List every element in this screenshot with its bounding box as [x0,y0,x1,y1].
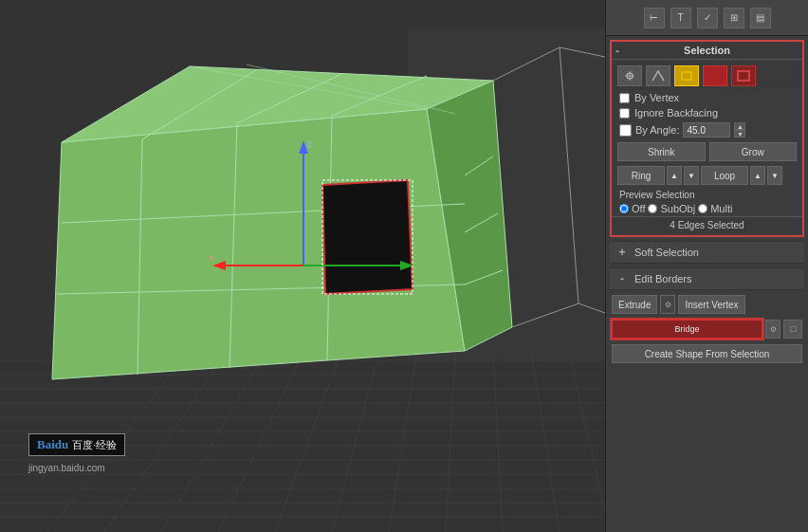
toolbar-icon-1[interactable]: ⊢ [644,8,665,28]
angle-spin-up[interactable]: ▲ [734,122,745,130]
by-vertex-label: By Vertex [634,92,679,103]
preview-selection-radio-row: Off SubObj Multi [612,201,802,216]
selection-title: Selection [684,45,730,56]
grow-button[interactable]: Grow [709,142,798,161]
ring-arrow-down[interactable]: ▼ [684,166,699,185]
create-shape-row: Create Shape From Selection [606,341,808,366]
element-select-icon[interactable] [703,65,727,86]
ring-loop-row: Ring ▲ ▼ Loop ▲ ▼ [612,164,802,187]
watermark: Baidu 百度·经验 [28,433,125,456]
edit-borders-row2: Bridge ⚙ ☐ [606,317,808,341]
watermark-text: 百度·经验 [72,438,117,452]
by-angle-checkbox[interactable] [619,124,632,137]
toolbar-icon-4[interactable]: ⊞ [724,8,744,28]
section-collapse-icon[interactable]: - [615,45,619,58]
preview-off-radio[interactable] [619,204,629,213]
create-shape-label: Bridge [674,324,699,334]
loop-arrow-down[interactable]: ▼ [767,166,782,185]
edit-borders-buttons: Extrude ⚙ Insert Vertex [606,292,808,317]
soft-selection-section[interactable]: + Soft Selection [610,241,804,264]
edit-borders-label: Edit Borders [634,273,692,284]
svg-rect-57 [738,71,749,81]
create-shape-button[interactable]: Bridge [612,320,762,339]
panel-toolbar: ⊢ T ✓ ⊞ ▤ [606,0,808,36]
svg-rect-56 [709,71,721,81]
by-vertex-checkbox[interactable] [619,93,630,103]
toolbar-icon-2[interactable]: T [670,8,691,28]
angle-spin-down[interactable]: ▼ [734,130,745,138]
edit-borders-section[interactable]: - Edit Borders [610,267,804,290]
angle-spinner[interactable]: ▲ ▼ [734,122,745,138]
extrude-button[interactable]: Extrude [612,295,657,314]
create-shape-from-sel-button[interactable]: Create Shape From Selection [612,344,802,363]
shrink-button[interactable]: Shrink [617,142,706,161]
ring-button[interactable]: Ring [617,166,665,185]
ring-arrow-up[interactable]: ▲ [667,166,682,185]
preview-selection-label: Preview Selection [612,187,802,201]
svg-text:z: z [307,138,312,149]
toolbar-icon-3[interactable]: ✓ [697,8,718,28]
svg-text:x: x [209,252,213,263]
by-angle-input[interactable]: 45.0 [683,122,730,138]
face-select-icon[interactable] [674,65,699,86]
by-vertex-row: By Vertex [612,90,802,105]
extrude-options-button[interactable]: ⚙ [660,295,675,314]
vertex-select-icon[interactable] [617,65,642,86]
toolbar-icon-5[interactable]: ▤ [750,8,771,28]
right-panel: ⊢ T ✓ ⊞ ▤ - Selection [605,0,808,532]
ignore-backfacing-row: Ignore Backfacing [612,105,802,120]
preview-multi-label: Multi [710,203,732,214]
selection-icon-row [612,62,802,90]
preview-subobj-radio[interactable] [648,204,657,213]
check-button[interactable]: ☐ [783,320,802,339]
edge-select-icon[interactable] [646,65,670,86]
watermark-logo: Baidu [37,437,68,452]
shrink-grow-row: Shrink Grow [612,139,802,164]
selection-status: 4 Edges Selected [612,216,802,233]
watermark-url: jingyan.baidu.com [28,463,105,473]
loop-arrow-up[interactable]: ▲ [750,166,765,185]
svg-rect-55 [682,72,691,80]
ignore-backfacing-label: Ignore Backfacing [634,107,718,119]
bridge-options-button[interactable]: ⚙ [765,320,780,339]
viewport: z x Baidu 百度·经验 jingyan.baidu.com [0,0,605,532]
preview-off-label: Off [632,203,645,214]
border-select-icon[interactable] [731,65,756,86]
svg-marker-41 [322,180,413,294]
loop-button[interactable]: Loop [701,166,748,185]
ignore-backfacing-checkbox[interactable] [619,108,630,119]
selection-content: By Vertex Ignore Backfacing By Angle: 45… [612,60,802,235]
edit-borders-collapse-icon[interactable]: - [615,272,629,285]
soft-selection-label: Soft Selection [634,247,699,258]
insert-vertex-button[interactable]: Insert Vertex [678,295,744,314]
selection-section: - Selection [610,40,804,237]
by-angle-label: By Angle: [635,124,679,136]
soft-selection-collapse-icon[interactable]: + [615,246,629,259]
selection-header: - Selection [612,42,802,60]
preview-subobj-label: SubObj [660,203,695,214]
by-angle-row: By Angle: 45.0 ▲ ▼ [612,120,802,139]
preview-multi-radio[interactable] [698,204,707,213]
